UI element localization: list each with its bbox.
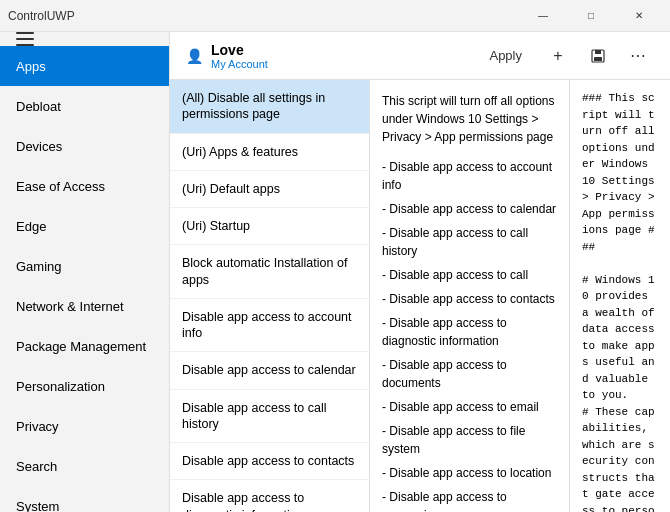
app-window: ControlUWP — □ ✕ AppsDebloatDevicesEase … (0, 0, 670, 512)
description-panel: This script will turn off all options un… (370, 80, 570, 512)
sidebar-item-search[interactable]: Search (0, 446, 169, 486)
user-header: 👤 Love My Account (186, 42, 268, 70)
svg-rect-2 (594, 57, 602, 61)
save-icon (590, 48, 606, 64)
hamburger-icon (16, 32, 34, 46)
maximize-button[interactable]: □ (568, 0, 614, 32)
title-bar: ControlUWP — □ ✕ (0, 0, 670, 32)
desc-line: This script will turn off all options un… (382, 92, 557, 146)
desc-line: - Disable app access to call history (382, 224, 557, 260)
top-header: 👤 Love My Account Apply + (170, 32, 670, 80)
sidebar: AppsDebloatDevicesEase of AccessEdgeGami… (0, 32, 170, 512)
desc-line: - Disable app access to file system (382, 422, 557, 458)
desc-line: - Disable app access to messaging (382, 488, 557, 512)
sidebar-item-package-management[interactable]: Package Management (0, 326, 169, 366)
desc-line: - Disable app access to location (382, 464, 557, 482)
list-item-disable-account-info[interactable]: Disable app access to account info (170, 299, 369, 353)
sidebar-item-gaming[interactable]: Gaming (0, 246, 169, 286)
list-item-disable-call-history[interactable]: Disable app access to call history (170, 390, 369, 444)
desc-line: - Disable app access to call (382, 266, 557, 284)
list-item-block-auto-install[interactable]: Block automatic Installation of apps (170, 245, 369, 299)
sidebar-item-privacy[interactable]: Privacy (0, 406, 169, 446)
three-panels: (All) Disable all settings in permission… (170, 80, 670, 512)
list-item-uni-startup[interactable]: (Uri) Startup (170, 208, 369, 245)
sidebar-item-network-internet[interactable]: Network & Internet (0, 286, 169, 326)
sidebar-toggle[interactable] (0, 32, 169, 46)
my-account-link[interactable]: My Account (211, 58, 268, 70)
sidebar-item-apps[interactable]: Apps (0, 46, 169, 86)
close-button[interactable]: ✕ (616, 0, 662, 32)
list-item-disable-diagnostic[interactable]: Disable app access to diagnostic informa… (170, 480, 369, 512)
main-container: 👤 Love My Account Apply + (170, 32, 670, 512)
sidebar-item-ease-of-access[interactable]: Ease of Access (0, 166, 169, 206)
user-icon: 👤 (186, 48, 203, 64)
window-title: ControlUWP (8, 9, 75, 23)
svg-rect-1 (595, 50, 601, 54)
list-panel: (All) Disable all settings in permission… (170, 80, 370, 512)
minimize-button[interactable]: — (520, 0, 566, 32)
add-button[interactable]: + (542, 40, 574, 72)
sidebar-nav: AppsDebloatDevicesEase of AccessEdgeGami… (0, 46, 169, 512)
list-item-disable-contacts[interactable]: Disable app access to contacts (170, 443, 369, 480)
sidebar-item-personalization[interactable]: Personalization (0, 366, 169, 406)
user-name: Love (211, 42, 268, 58)
desc-line: - Disable app access to contacts (382, 290, 557, 308)
header-actions: Apply + ⋯ (477, 40, 654, 72)
content-area: AppsDebloatDevicesEase of AccessEdgeGami… (0, 32, 670, 512)
list-item-uni-apps-features[interactable]: (Uri) Apps & features (170, 134, 369, 171)
sidebar-item-edge[interactable]: Edge (0, 206, 169, 246)
title-bar-controls: — □ ✕ (520, 0, 662, 32)
desc-line: - Disable app access to email (382, 398, 557, 416)
desc-line: - Disable app access to documents (382, 356, 557, 392)
title-bar-left: ControlUWP (8, 9, 75, 23)
list-item-disable-calendar[interactable]: Disable app access to calendar (170, 352, 369, 389)
list-item-disable-all[interactable]: (All) Disable all settings in permission… (170, 80, 369, 134)
desc-line: - Disable app access to calendar (382, 200, 557, 218)
sidebar-item-devices[interactable]: Devices (0, 126, 169, 166)
apply-button[interactable]: Apply (477, 40, 534, 72)
sidebar-item-system[interactable]: System (0, 486, 169, 512)
desc-line: - Disable app access to diagnostic infor… (382, 314, 557, 350)
more-button[interactable]: ⋯ (622, 40, 654, 72)
user-info: Love My Account (211, 42, 268, 70)
list-item-uni-default-apps[interactable]: (Uri) Default apps (170, 171, 369, 208)
sidebar-item-debloat[interactable]: Debloat (0, 86, 169, 126)
desc-line: - Disable app access to account info (382, 158, 557, 194)
code-panel: ### This script will turn off all option… (570, 80, 670, 512)
save-button[interactable] (582, 40, 614, 72)
